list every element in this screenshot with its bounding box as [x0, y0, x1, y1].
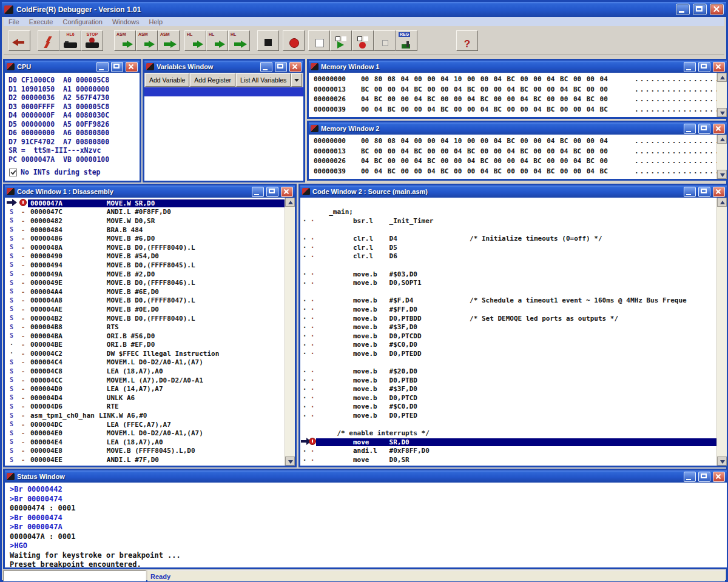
- disassembly-row[interactable]: S-0000049EMOVE.B D0,(FFFF8046).L: [5, 278, 285, 287]
- hl-step-over-button[interactable]: HL: [206, 30, 228, 51]
- memory2-close-button[interactable]: [713, 124, 725, 134]
- disassembly-row[interactable]: S-000004D6RTE: [5, 403, 285, 412]
- vertical-scrollbar[interactable]: [285, 198, 295, 466]
- source-row[interactable]: ·· move.b D0,PTCDD: [300, 332, 717, 341]
- disassembly-row[interactable]: S-000004A4MOVE.B #6E,D0: [5, 287, 285, 296]
- source-row[interactable]: ·· move.b D0,SOPT1: [300, 278, 717, 287]
- menu-help[interactable]: Help: [149, 18, 163, 25]
- power-cycle-button[interactable]: [38, 30, 59, 51]
- disassembly-row[interactable]: S-000004B2MOVE.B D0,(FFFF8040).L: [5, 314, 285, 323]
- scroll-up-button[interactable]: [717, 135, 727, 144]
- vertical-scrollbar[interactable]: [716, 73, 727, 117]
- code2-close-button[interactable]: [713, 187, 725, 197]
- disassembly-row[interactable]: S-000004E0MOVEM.L D0-D2/A0-A1,(A7): [5, 429, 285, 438]
- source-row[interactable]: ·· move.b D0,PTBD: [300, 376, 717, 385]
- disassembly-row[interactable]: S-0000047CANDI.L #0F8FF,D0: [5, 208, 285, 217]
- code1-close-button[interactable]: [281, 187, 293, 197]
- clear-marker-button[interactable]: [308, 30, 330, 51]
- no-ints-checkbox[interactable]: [9, 169, 17, 176]
- code1-title-bar[interactable]: Code Window 1 : Disassembly: [5, 186, 295, 198]
- scroll-down-button[interactable]: [717, 457, 727, 466]
- vertical-scrollbar[interactable]: [716, 198, 727, 466]
- disassembly-row[interactable]: S-asm_tpm1_ch0_hanLINK.W A6,#0: [5, 411, 285, 420]
- scroll-up-button[interactable]: [717, 73, 727, 82]
- minimize-button[interactable]: [676, 4, 690, 15]
- source-row[interactable]: _main;: [300, 208, 717, 217]
- breakpoint-button[interactable]: [283, 30, 305, 51]
- disassembly-row[interactable]: S-000004AEMOVE.B #0E,D0: [5, 305, 285, 314]
- source-row[interactable]: ·· move.b D0,PTEDD: [300, 349, 717, 358]
- disassembly-row[interactable]: S-000004E8MOVE.B (FFFF8045).L,D0: [5, 447, 285, 456]
- main-title-bar[interactable]: ColdFire(R) Debugger - Version 1.01: [2, 2, 726, 17]
- source-row[interactable]: ·· andi.l #0xF8FF,D0: [300, 447, 717, 456]
- status-maximize-button[interactable]: [698, 472, 710, 482]
- variables-selected-row[interactable]: [144, 87, 303, 96]
- asm-step-into-button[interactable]: ASM: [114, 30, 136, 51]
- load-target-button[interactable]: HL6: [59, 30, 81, 51]
- memory2-maximize-button[interactable]: [698, 124, 710, 134]
- hl-step-into-button[interactable]: HL: [184, 30, 206, 51]
- scroll-up-button[interactable]: [717, 198, 727, 207]
- variables-dropdown-button[interactable]: [291, 73, 302, 87]
- source-row[interactable]: ·· move.b #$C0,D0: [300, 341, 717, 350]
- disassembly-row[interactable]: S-000004D0LEA (14,A7),A7: [5, 384, 285, 393]
- source-row[interactable]: [300, 226, 717, 235]
- reset-button[interactable]: [8, 30, 30, 51]
- memory1-minimize-button[interactable]: [684, 62, 696, 72]
- pause-button[interactable]: [374, 30, 396, 51]
- source-row[interactable]: ·· move.b #$FF,D0: [300, 305, 717, 314]
- variables-close-button[interactable]: [289, 62, 302, 72]
- source-row[interactable]: [300, 358, 717, 367]
- source-row[interactable]: ·· move D0,SR: [300, 455, 717, 464]
- disassembly-row[interactable]: S-00000486MOVE.B #6,D0: [5, 234, 285, 243]
- disassembly-row[interactable]: S-000004D4UNLK A6: [5, 393, 285, 403]
- source-row[interactable]: ·· move.b #$F,D4 /* Schedule a timeout1 …: [300, 296, 717, 306]
- maximize-button[interactable]: [693, 4, 707, 15]
- scroll-up-button[interactable]: [285, 198, 295, 207]
- menu-configuration[interactable]: Configuration: [62, 18, 102, 25]
- source-row[interactable]: ·· move.b #$3F,D0: [300, 384, 717, 393]
- source-row[interactable]: ·· move.b #$03,D0: [300, 270, 717, 279]
- disassembly-row[interactable]: S-0000048AMOVE.B D0,(FFFF8040).L: [5, 243, 285, 252]
- hl-run-button[interactable]: HL: [228, 30, 250, 51]
- disassembly-row[interactable]: S-000004EEANDI.L #7F,D0: [5, 455, 285, 464]
- source-row[interactable]: ·· bsr.l _Init_Timer: [300, 216, 717, 226]
- disassembly-row[interactable]: S-00000494MOVE.B D0,(FFFF8045).L: [5, 261, 285, 270]
- halt-button[interactable]: [257, 30, 279, 51]
- source-row[interactable]: [300, 420, 717, 429]
- memory2-title-bar[interactable]: Memory Window 2: [309, 122, 727, 135]
- source-row[interactable]: ·· clr.l D6: [300, 252, 717, 261]
- source-row[interactable]: ·· clr.l D4 /* Initialize timeouts (0=of…: [300, 234, 717, 243]
- add-register-button[interactable]: Add Register: [190, 73, 235, 87]
- disassembly-row[interactable]: S-000004A8MOVE.B D0,(FFFF8047).L: [5, 296, 285, 306]
- cpu-minimize-button[interactable]: [96, 62, 109, 72]
- disassembly-row[interactable]: S-000004DCLEA (FFEC,A7),A7: [5, 420, 285, 429]
- asm-step-over-button[interactable]: ASM: [136, 30, 158, 51]
- source-row[interactable]: ·· move.b #$3F,D0: [300, 323, 717, 332]
- source-row[interactable]: [300, 261, 717, 270]
- variables-maximize-button[interactable]: [275, 62, 287, 72]
- help-button[interactable]: ?: [456, 30, 478, 51]
- disassembly-row[interactable]: S-00000490MOVE.B #54,D0: [5, 252, 285, 261]
- code2-maximize-button[interactable]: [698, 187, 710, 197]
- code2-minimize-button[interactable]: [684, 187, 696, 197]
- disassembly-row[interactable]: S-000004CCMOVEM.L (A7),D0-D2/A0-A1: [5, 376, 285, 385]
- source-row[interactable]: ·· move.b D0,PTBDD /* Set DEMOQE led por…: [300, 314, 717, 323]
- variables-minimize-button[interactable]: [260, 62, 272, 72]
- disassembly-row[interactable]: ·-000004C2DW $FFEC Illegal Instruction: [5, 349, 285, 358]
- status-title-bar[interactable]: Status Window: [5, 470, 727, 483]
- disassembly-row[interactable]: S-00000484BRA.B 484: [5, 226, 285, 235]
- disassembly-row[interactable]: S-00000482MOVE.W D0,SR: [5, 216, 285, 226]
- source-row[interactable]: ·· clr.l D5: [300, 243, 717, 252]
- cc-stop-button[interactable]: [352, 30, 374, 51]
- menu-file[interactable]: File: [8, 18, 19, 25]
- no-ints-checkbox-row[interactable]: No INTs during step: [8, 168, 136, 176]
- disassembly-row[interactable]: S-000004E4LEA (18,A7),A0: [5, 438, 285, 447]
- status-minimize-button[interactable]: [684, 472, 696, 482]
- menu-execute[interactable]: Execute: [29, 18, 53, 25]
- code1-maximize-button[interactable]: [266, 187, 278, 197]
- source-row[interactable]: ·· move.b D0,PTCD: [300, 393, 717, 403]
- source-row[interactable]: ·· move.b #$C0,D0: [300, 403, 717, 412]
- memory2-minimize-button[interactable]: [684, 124, 696, 134]
- memory1-title-bar[interactable]: Memory Window 1: [309, 61, 727, 73]
